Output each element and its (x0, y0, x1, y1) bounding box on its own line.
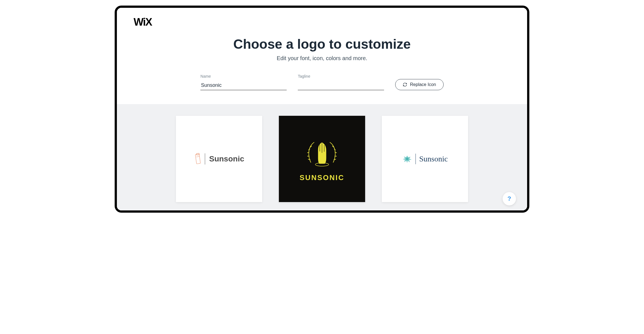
refresh-icon (403, 82, 407, 87)
page-subtitle: Edit your font, icon, colors and more. (134, 55, 510, 62)
hand-laurel-icon (303, 136, 341, 170)
svg-line-2 (196, 156, 200, 157)
help-button[interactable]: ? (503, 192, 516, 205)
tagline-input[interactable] (298, 81, 384, 90)
tagline-input-group: Tagline (298, 74, 384, 90)
replace-icon-label: Replace Icon (410, 82, 436, 87)
bottle-outline-icon (194, 153, 203, 165)
svg-point-4 (406, 158, 409, 160)
header-section: WiX Choose a logo to customize Edit your… (117, 8, 527, 104)
logo-card-2[interactable]: SUNSONIC (279, 116, 365, 202)
app-frame: WiX Choose a logo to customize Edit your… (115, 6, 529, 213)
logo-preview-2: SUNSONIC (299, 136, 344, 182)
splash-teal-icon (402, 154, 412, 163)
name-input[interactable] (200, 81, 287, 90)
svg-rect-0 (195, 154, 201, 164)
tagline-label: Tagline (298, 74, 384, 78)
logo-preview-3: Sunsonic (402, 154, 448, 164)
logo-preview-1: Sunsonic (194, 153, 244, 165)
logo-text-3: Sunsonic (419, 154, 448, 163)
page-title: Choose a logo to customize (134, 36, 510, 52)
controls-row: Name Tagline Replace Icon (134, 74, 510, 90)
logo-card-1[interactable]: Sunsonic (176, 116, 262, 202)
help-icon: ? (507, 195, 511, 202)
divider (205, 153, 205, 164)
logo-gallery: Sunsonic SUNSO (117, 104, 527, 210)
logo-text-2: SUNSONIC (299, 173, 344, 182)
name-input-group: Name (200, 74, 287, 90)
name-label: Name (200, 74, 287, 78)
logo-text-1: Sunsonic (209, 154, 244, 163)
logo-card-3[interactable]: Sunsonic (382, 116, 468, 202)
logo-bar: WiX (134, 16, 510, 28)
replace-icon-button[interactable]: Replace Icon (395, 79, 443, 90)
divider (416, 154, 416, 164)
wix-logo: WiX (134, 16, 152, 28)
